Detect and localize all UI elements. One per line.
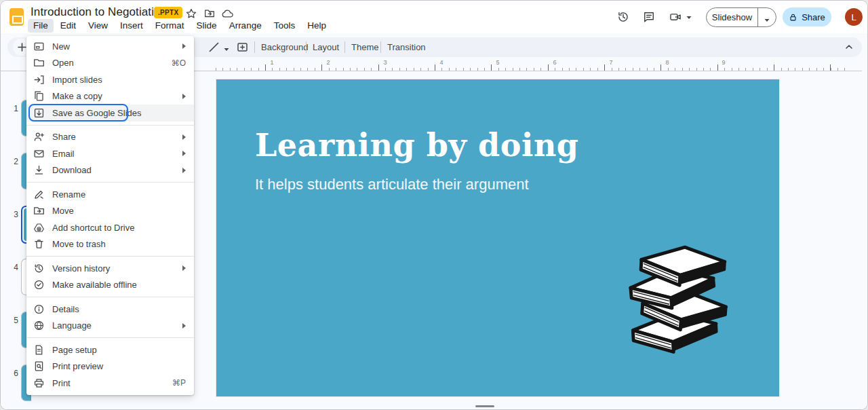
version-history-icon[interactable] xyxy=(616,10,630,24)
menubar-insert[interactable]: Insert xyxy=(115,19,149,33)
text-box-icon[interactable] xyxy=(237,41,248,53)
video-call-icon[interactable] xyxy=(669,10,682,24)
submenu-arrow-icon xyxy=(182,151,186,156)
move-folder-icon[interactable] xyxy=(203,7,216,20)
menu-item-open[interactable]: Open ⌘O xyxy=(26,55,194,72)
slide-filmstrip: 1 2 3 4 5 6 7 xyxy=(1,66,26,410)
ruler-number: 5 xyxy=(496,59,499,66)
offline-check-icon xyxy=(33,279,45,291)
download-icon xyxy=(33,164,45,176)
google-slides-window: Introduction to Negotiation .PPTX File E… xyxy=(0,0,868,410)
stack-of-books-image[interactable] xyxy=(618,244,740,359)
document-title[interactable]: Introduction to Negotiation xyxy=(31,5,167,19)
history-icon xyxy=(33,263,45,274)
speaker-notes-drag-handle[interactable] xyxy=(475,405,494,407)
toolbar-divider xyxy=(254,41,255,53)
menubar-tools[interactable]: Tools xyxy=(269,19,301,33)
menu-item-make-a-copy[interactable]: Make a copy xyxy=(26,88,194,105)
person-add-icon xyxy=(33,131,45,143)
toolbar-divider xyxy=(306,41,307,53)
menu-item-print-preview[interactable]: Print preview xyxy=(26,358,194,375)
slide-canvas[interactable]: Learning by doing It helps students arti… xyxy=(216,79,779,396)
menu-item-new[interactable]: New xyxy=(26,38,194,55)
menu-item-rename[interactable]: Rename xyxy=(26,186,194,203)
menu-divider xyxy=(26,337,194,338)
menu-divider xyxy=(26,125,194,126)
menu-item-version-history[interactable]: Version history xyxy=(26,260,194,277)
menu-item-share[interactable]: Share xyxy=(26,129,194,146)
trash-icon xyxy=(33,238,45,250)
plus-icon xyxy=(17,42,27,52)
info-icon xyxy=(33,303,45,315)
pptx-badge: .PPTX xyxy=(154,7,182,18)
menu-item-page-setup[interactable]: Page setup xyxy=(26,341,194,358)
menu-item-language[interactable]: Language xyxy=(26,318,194,335)
star-icon[interactable] xyxy=(185,7,197,20)
file-menu-dropdown: New Open ⌘O Import slides Make a copy Sa… xyxy=(26,36,194,395)
slideshow-label: Slideshow xyxy=(707,12,757,22)
menu-item-details[interactable]: Details xyxy=(26,301,194,318)
slides-logo-icon[interactable] xyxy=(9,8,24,26)
submenu-arrow-icon xyxy=(182,134,186,140)
lock-icon xyxy=(789,13,797,22)
menubar-help[interactable]: Help xyxy=(302,19,332,33)
slide-title-text[interactable]: Learning by doing xyxy=(255,127,579,164)
folder-open-icon xyxy=(33,57,45,69)
transition-button[interactable]: Transition xyxy=(383,37,430,57)
cloud-status-icon[interactable] xyxy=(222,7,234,20)
slide-number: 6 xyxy=(1,369,18,378)
submenu-arrow-icon xyxy=(182,43,186,49)
menubar-arrange[interactable]: Arrange xyxy=(224,19,267,33)
top-bar: Introduction to Negotiation .PPTX File E… xyxy=(1,1,867,33)
theme-button[interactable]: Theme xyxy=(347,37,382,57)
menu-item-print[interactable]: Print ⌘P xyxy=(26,375,194,392)
menubar-format[interactable]: Format xyxy=(150,19,190,33)
menubar-slide[interactable]: Slide xyxy=(191,19,222,33)
slideshow-caret-icon[interactable] xyxy=(758,11,776,24)
background-button[interactable]: Background xyxy=(257,37,312,57)
ruler-number: 6 xyxy=(553,59,556,66)
ruler-number: 8 xyxy=(665,59,669,66)
globe-icon xyxy=(33,320,45,331)
slideshow-button[interactable]: Slideshow xyxy=(706,7,776,27)
share-button[interactable]: Share xyxy=(783,7,831,26)
layout-button[interactable]: Layout xyxy=(309,37,343,57)
menu-item-save-as-google-slides[interactable]: Save as Google Slides xyxy=(26,105,194,122)
line-tool-icon[interactable] xyxy=(208,41,220,53)
slide-number: 3 xyxy=(1,210,18,219)
menu-item-download[interactable]: Download xyxy=(26,162,194,179)
new-slide-icon xyxy=(33,41,45,52)
keyboard-shortcut: ⌘O xyxy=(172,58,186,68)
line-tool-caret-icon[interactable] xyxy=(223,46,230,53)
menubar-view[interactable]: View xyxy=(83,19,113,33)
menu-item-move-to-trash[interactable]: Move to trash xyxy=(26,236,194,253)
menu-bar: File Edit View Insert Format Slide Arran… xyxy=(28,19,332,33)
slide-number: 5 xyxy=(1,316,18,325)
preview-icon xyxy=(33,360,45,372)
submenu-arrow-icon xyxy=(182,94,186,99)
keyboard-shortcut: ⌘P xyxy=(172,378,186,388)
submenu-arrow-icon xyxy=(182,265,186,271)
account-avatar[interactable]: L xyxy=(845,8,863,26)
video-call-caret-icon[interactable] xyxy=(686,14,692,21)
slide-body-text[interactable]: It helps students articulate their argum… xyxy=(255,176,529,193)
share-label: Share xyxy=(802,12,825,22)
menu-item-make-available-offline[interactable]: Make available offline xyxy=(26,277,194,294)
ruler-number: 3 xyxy=(383,59,387,66)
folder-move-icon xyxy=(33,205,45,217)
printer-icon xyxy=(33,377,45,389)
menubar-edit[interactable]: Edit xyxy=(55,19,81,33)
menu-item-move[interactable]: Move xyxy=(26,203,194,220)
submenu-arrow-icon xyxy=(182,168,186,173)
slide-number: 1 xyxy=(1,104,18,113)
menu-item-import-slides[interactable]: Import slides xyxy=(26,71,194,88)
toolbar-divider xyxy=(380,41,381,53)
menu-item-add-shortcut-to-drive[interactable]: Add shortcut to Drive xyxy=(26,219,194,236)
slide-number: 2 xyxy=(1,157,18,166)
menubar-file[interactable]: File xyxy=(28,19,54,33)
slide-number: 4 xyxy=(1,263,18,272)
pencil-icon xyxy=(33,189,45,200)
comment-icon[interactable] xyxy=(642,10,656,24)
chevron-up-icon[interactable] xyxy=(844,42,854,52)
menu-item-email[interactable]: Email xyxy=(26,145,194,162)
